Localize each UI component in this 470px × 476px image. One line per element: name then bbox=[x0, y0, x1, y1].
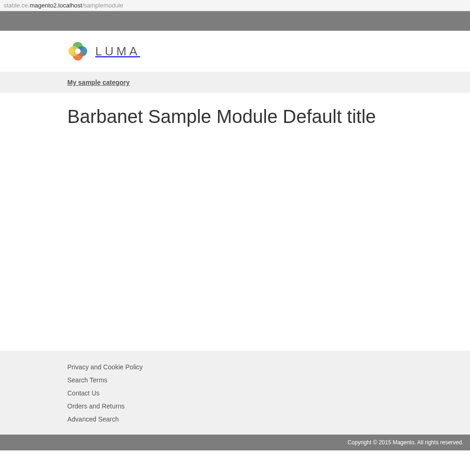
luma-logo-icon bbox=[68, 41, 88, 61]
url-host: magento2.localhost bbox=[30, 2, 82, 9]
nav-item-sample-category[interactable]: My sample category bbox=[68, 79, 130, 86]
top-panel-bar bbox=[0, 11, 470, 31]
footer-link-contact[interactable]: Contact Us bbox=[68, 389, 100, 397]
url-path: /samplemodule bbox=[82, 2, 123, 9]
nav-bar: My sample category bbox=[0, 72, 470, 93]
page-title-wrapper: Barbanet Sample Module Default title bbox=[0, 93, 470, 132]
copyright-text: Copyright © 2015 Magento. All rights res… bbox=[347, 439, 463, 446]
svg-point-4 bbox=[75, 48, 81, 54]
header: LUMA bbox=[0, 31, 470, 72]
copyright-bar: Copyright © 2015 Magento. All rights res… bbox=[0, 435, 470, 450]
url-prefix: stable.ce. bbox=[4, 2, 30, 9]
footer-links: Privacy and Cookie Policy Search Terms C… bbox=[68, 363, 403, 423]
logo-link[interactable]: LUMA bbox=[68, 41, 403, 61]
footer-link-privacy[interactable]: Privacy and Cookie Policy bbox=[68, 363, 143, 371]
logo-text: LUMA bbox=[95, 44, 140, 59]
url-bar[interactable]: stable.ce.magento2.localhost/samplemodul… bbox=[0, 0, 470, 11]
main-content bbox=[0, 132, 470, 351]
footer: Privacy and Cookie Policy Search Terms C… bbox=[0, 351, 470, 435]
footer-link-search-terms[interactable]: Search Terms bbox=[68, 376, 108, 384]
page-title: Barbanet Sample Module Default title bbox=[68, 106, 403, 127]
footer-link-orders-returns[interactable]: Orders and Returns bbox=[68, 402, 125, 410]
footer-link-advanced-search[interactable]: Advanced Search bbox=[68, 415, 119, 423]
